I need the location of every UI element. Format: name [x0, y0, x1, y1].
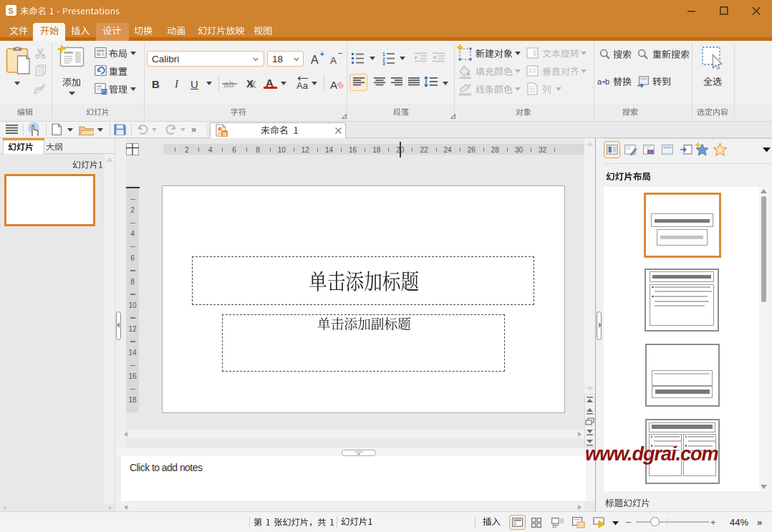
svg-text:b: b — [605, 77, 609, 86]
svg-text:S: S — [223, 131, 227, 137]
svg-text:3: 3 — [382, 61, 385, 65]
svg-text:...: ... — [54, 130, 58, 135]
svg-text:a: a — [597, 77, 602, 86]
